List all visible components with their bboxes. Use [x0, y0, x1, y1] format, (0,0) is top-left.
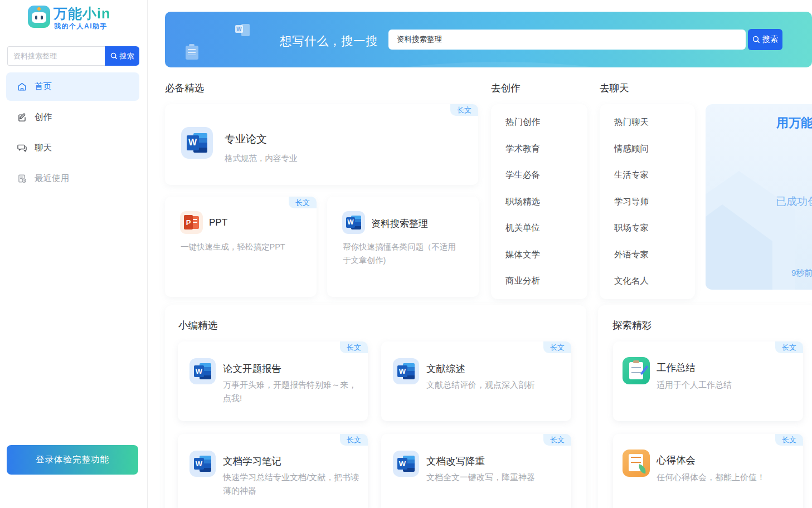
card-desc: 快速学习总结专业文档/文献，把书读薄的神器 [223, 471, 363, 497]
sidebar-item-label: 最近使用 [35, 173, 69, 184]
card-desc: 任何心得体会，都能上价值！ [657, 471, 796, 484]
list-item-chat[interactable]: 学习导师 [614, 196, 649, 208]
badge-long-text: 长文 [289, 197, 317, 208]
card-data-research[interactable]: W 资料搜索整理 帮你快速搞懂各类问题（不适用于文章创作) [327, 197, 479, 297]
card-title: 心得体会 [657, 453, 696, 467]
sidebar-item-create[interactable]: 创作 [6, 103, 139, 131]
banner-title: 想写什么，搜一搜 [211, 33, 378, 49]
card-literature-review[interactable]: 长文 W 文献综述 文献总结评价，观点深入剖析 [381, 341, 571, 421]
card-title: 专业论文 [225, 132, 267, 146]
list-item-chat[interactable]: 情感顾问 [614, 143, 649, 155]
section-title-editors: 小编精选 [178, 319, 217, 332]
badge-long-text: 长文 [340, 434, 368, 446]
badge-long-text: 长文 [543, 434, 571, 446]
list-item-create[interactable]: 热门创作 [505, 116, 540, 129]
list-item-chat[interactable]: 生活专家 [614, 169, 649, 182]
list-item-chat[interactable]: 文化名人 [614, 275, 649, 287]
list-item-create[interactable]: 媒体文学 [505, 249, 540, 261]
chat-list-card: 热门聊天 情感顾问 生活专家 学习导师 职场专家 外语专家 文化名人 [600, 104, 695, 299]
app-subtitle: 我的个人AI助手 [54, 22, 108, 31]
sidebar-search-button[interactable]: 搜索 [105, 46, 139, 66]
edit-icon [17, 112, 27, 123]
sidebar-search-input[interactable] [7, 46, 105, 66]
list-item-create[interactable]: 学生必备 [505, 169, 540, 182]
list-item-chat[interactable]: 职场专家 [614, 222, 649, 235]
list-item-chat[interactable]: 外语专家 [614, 249, 649, 261]
editors-picks-section: 小编精选 长文 W 论文开题报告 万事开头难，开题报告特别难～来，点我! 长文 … [165, 305, 586, 508]
ppt-icon: P [180, 211, 203, 234]
sidebar: 万能小in 我的个人AI助手 搜索 首页 创作 聊天 最近使用 登录体验完整功能 [0, 0, 148, 508]
promo-line: 已成功创 [776, 194, 812, 209]
page: 万能小in 我的个人AI助手 搜索 首页 创作 聊天 最近使用 登录体验完整功能… [0, 0, 812, 508]
promo-card[interactable]: 用万能小 已成功创 9秒前 [706, 104, 812, 290]
card-title: 论文开题报告 [223, 362, 281, 375]
sidebar-item-home[interactable]: 首页 [6, 72, 139, 101]
search-icon [110, 52, 118, 60]
promo-time: 9秒前 [791, 268, 812, 279]
list-item-create[interactable]: 学术教育 [505, 143, 540, 155]
sidebar-item-recent[interactable]: 最近使用 [6, 164, 139, 193]
card-professional-paper[interactable]: 长文 W 专业论文 格式规范，内容专业 [165, 104, 478, 185]
app-title: 万能小in [54, 4, 110, 23]
card-thesis-proposal[interactable]: 长文 W 论文开题报告 万事开头难，开题报告特别难～来，点我! [178, 341, 368, 421]
chat-icon [17, 143, 27, 153]
card-rewrite[interactable]: 长文 W 文档改写降重 文档全文一键改写，降重神器 [381, 434, 571, 508]
card-title: PPT [209, 217, 227, 228]
sidebar-item-label: 聊天 [35, 142, 52, 154]
list-item-create[interactable]: 职场精选 [505, 196, 540, 208]
banner: W 想写什么，搜一搜 搜索 [165, 12, 812, 67]
app-logo-icon [28, 6, 50, 28]
section-title-create: 去创作 [491, 81, 521, 95]
clipboard-icon [186, 46, 198, 60]
home-icon [17, 81, 27, 92]
card-desc: 格式规范，内容专业 [225, 152, 298, 165]
promo-headline: 用万能小 [776, 115, 812, 131]
card-title: 工作总结 [657, 361, 696, 374]
word-icon: W [342, 211, 365, 234]
list-item-create[interactable]: 机关单位 [505, 222, 540, 235]
card-desc: 文献总结评价，观点深入剖析 [426, 378, 567, 392]
badge-long-text: 长文 [543, 341, 571, 353]
create-list-card: 热门创作 学术教育 学生必备 职场精选 机关单位 媒体文学 商业分析 [491, 104, 587, 299]
explore-section: 探索精彩 长文 工作总结 适用于个人工作总结 长文 心得体会 任何心得体会，都能… [598, 305, 812, 508]
badge-long-text: 长文 [775, 434, 803, 446]
banner-search-button[interactable]: 搜索 [748, 29, 782, 50]
card-work-summary[interactable]: 长文 工作总结 适用于个人工作总结 [613, 341, 803, 421]
badge-long-text: 长文 [450, 104, 478, 116]
word-icon: W [181, 127, 213, 159]
section-title-essentials: 必备精选 [165, 81, 204, 95]
section-title-explore: 探索精彩 [612, 319, 651, 332]
work-summary-icon [623, 357, 650, 384]
card-desc: 万事开头难，开题报告特别难～来，点我! [223, 378, 363, 405]
word-icon: W [393, 358, 419, 384]
card-desc: 适用于个人工作总结 [657, 378, 796, 392]
list-item-create[interactable]: 商业分析 [505, 275, 540, 287]
sidebar-item-label: 首页 [35, 81, 52, 92]
card-desc: 帮你快速搞懂各类问题（不适用于文章创作) [343, 240, 458, 267]
card-title: 文档学习笔记 [223, 455, 281, 468]
sidebar-item-chat[interactable]: 聊天 [6, 134, 139, 162]
card-desc: 文档全文一键改写，降重神器 [426, 471, 567, 484]
recent-icon [17, 173, 27, 184]
word-icon: W [393, 451, 419, 477]
list-item-chat[interactable]: 热门聊天 [614, 116, 649, 129]
card-study-notes[interactable]: 长文 W 文档学习笔记 快速学习总结专业文档/文献，把书读薄的神器 [178, 434, 368, 508]
word-icon: W [189, 451, 216, 477]
badge-long-text: 长文 [340, 341, 368, 353]
sidebar-item-label: 创作 [35, 111, 52, 123]
card-title: 资料搜索整理 [371, 217, 428, 230]
word-icon: W [189, 358, 216, 384]
card-title: 文档改写降重 [426, 455, 485, 468]
reflections-icon [623, 450, 650, 477]
login-button[interactable]: 登录体验完整功能 [7, 445, 138, 475]
section-title-chat: 去聊天 [600, 81, 629, 95]
card-ppt[interactable]: 长文 P PPT 一键快速生成，轻松搞定PPT [165, 197, 317, 297]
search-icon [752, 36, 760, 43]
banner-arc-decoration [221, 62, 778, 67]
card-title: 文献综述 [426, 362, 465, 375]
card-desc: 一键快速生成，轻松搞定PPT [181, 240, 309, 253]
card-reflections[interactable]: 长文 心得体会 任何心得体会，都能上价值！ [613, 434, 803, 508]
badge-long-text: 长文 [775, 341, 803, 353]
banner-search-input[interactable] [388, 30, 746, 50]
